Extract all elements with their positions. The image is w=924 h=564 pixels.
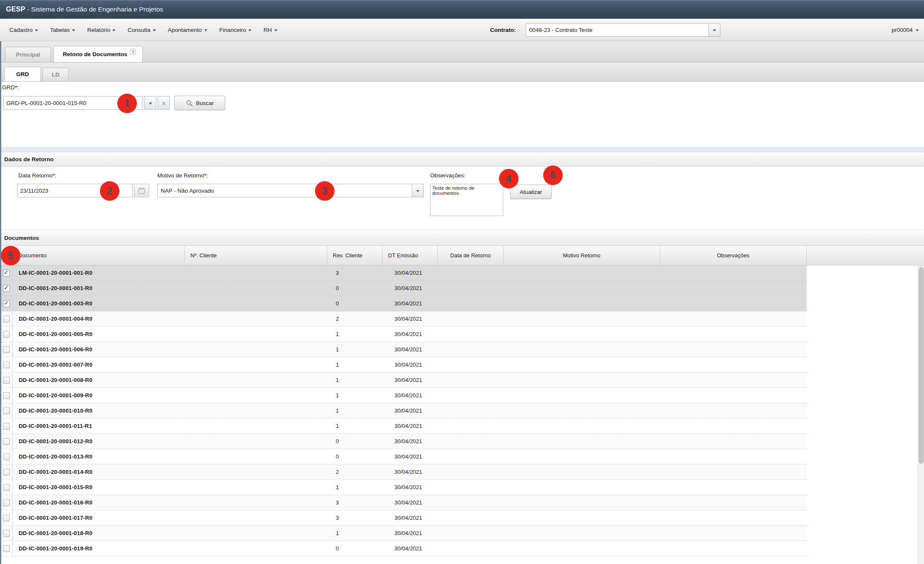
cell-data-retorno [438, 388, 504, 403]
cell-data-retorno [438, 373, 504, 387]
chevron-down-icon [915, 29, 919, 31]
cell-cliente [185, 510, 327, 525]
row-checkbox[interactable] [3, 270, 10, 276]
date-picker-button[interactable] [134, 184, 149, 197]
menu-item-financeiro[interactable]: Financeiro [215, 24, 256, 36]
close-icon[interactable]: ✕ [130, 49, 136, 55]
main-tabstrip: Principal Retono de Documentos ✕ [0, 41, 924, 63]
cell-dt-emissao: 30/04/2021 [383, 434, 438, 449]
row-checkbox[interactable] [3, 438, 10, 445]
table-row[interactable]: DD-IC-0001-20-0001-019-R0 0 30/04/2021 [0, 541, 807, 556]
cell-cliente [185, 357, 327, 372]
table-row[interactable]: DD-IC-0001-20-0001-011-R1 1 30/04/2021 [0, 419, 807, 434]
table-row[interactable]: DD-IC-0001-20-0001-015-R0 1 30/04/2021 [0, 480, 807, 495]
row-checkbox[interactable] [3, 316, 10, 322]
cell-observacoes [660, 541, 807, 556]
contrato-dropdown-button[interactable] [709, 24, 720, 36]
cell-cliente [185, 265, 327, 280]
vertical-scrollbar[interactable] [918, 265, 924, 564]
cell-cliente [185, 541, 327, 556]
atualizar-button[interactable]: Atualizar [510, 185, 552, 199]
table-row[interactable]: DD-IC-0001-20-0001-007-R0 1 30/04/2021 [0, 357, 807, 373]
table-row[interactable]: LM-IC-0001-20-0001-001-R0 3 30/04/2021 [0, 265, 807, 281]
column-header-data-retorno[interactable]: Data de Retorno [438, 246, 504, 265]
menu-item-cadastro[interactable]: Cadastro [5, 24, 43, 36]
row-checkbox[interactable] [3, 423, 10, 430]
row-checkbox[interactable] [3, 392, 10, 399]
motivo-retorno-combobox[interactable]: NAP - Não Aprovado [157, 184, 424, 197]
column-header-documento[interactable]: Documento [13, 246, 185, 265]
cell-motivo-retorno [504, 419, 660, 433]
tab-ld[interactable]: LD [43, 68, 69, 81]
table-row[interactable]: DD-IC-0001-20-0001-018-R0 1 30/04/2021 [0, 526, 807, 541]
menu-item-consulta[interactable]: Consulta [123, 24, 160, 36]
row-checkbox[interactable] [3, 407, 10, 414]
row-checkbox[interactable] [3, 499, 10, 506]
grd-clear-button[interactable]: × [158, 96, 170, 110]
contrato-combobox[interactable]: 0048-23 - Contrato Teste [526, 23, 720, 37]
chevron-down-icon [274, 29, 278, 31]
menu-item-tabelas[interactable]: Tabelas [46, 24, 80, 36]
row-checkbox[interactable] [3, 515, 10, 521]
row-checkbox[interactable] [3, 377, 10, 384]
row-checkbox[interactable] [3, 545, 10, 552]
chevron-down-icon [35, 29, 38, 31]
cell-cliente [185, 449, 327, 464]
annotation-badge-4: 4 [499, 169, 519, 188]
cell-documento: DD-IC-0001-20-0001-007-R0 [13, 357, 185, 372]
row-checkbox[interactable] [3, 469, 10, 476]
table-row[interactable]: DD-IC-0001-20-0001-003-R0 0 30/04/2021 [0, 296, 807, 311]
table-row[interactable]: DD-IC-0001-20-0001-009-R0 1 30/04/2021 [0, 388, 807, 403]
grd-dropdown-button[interactable] [144, 96, 156, 110]
table-row[interactable]: DD-IC-0001-20-0001-012-R0 0 30/04/2021 [0, 434, 807, 449]
column-header-motivo-retorno[interactable]: Motivo Retorno [504, 246, 660, 265]
table-row[interactable]: DD-IC-0001-20-0001-017-R0 3 30/04/2021 [0, 510, 807, 526]
row-checkbox[interactable] [3, 484, 10, 491]
column-header-cliente[interactable]: Nº. Cliente [185, 246, 327, 265]
table-row[interactable]: DD-IC-0001-20-0001-001-R0 0 30/04/2021 [0, 281, 807, 296]
tab-retono-de-documentos[interactable]: Retono de Documentos ✕ [54, 46, 143, 62]
row-checkbox[interactable] [3, 285, 10, 292]
row-checkbox[interactable] [3, 346, 10, 353]
cell-documento: DD-IC-0001-20-0001-015-R0 [13, 480, 185, 495]
cell-observacoes [660, 449, 807, 464]
column-header-dt-emissao[interactable]: DT Emissão [383, 246, 438, 265]
cell-data-retorno [438, 464, 504, 479]
row-checkbox[interactable] [3, 530, 10, 537]
menu-item-rh[interactable]: RH [259, 24, 282, 36]
table-row[interactable]: DD-IC-0001-20-0001-014-R0 2 30/04/2021 [0, 464, 807, 480]
tab-grd[interactable]: GRD [4, 67, 41, 81]
row-checkbox[interactable] [3, 300, 10, 307]
table-row[interactable]: DD-IC-0001-20-0001-008-R0 1 30/04/2021 [0, 373, 807, 388]
cell-cliente [185, 419, 327, 433]
table-row[interactable]: DD-IC-0001-20-0001-004-R0 2 30/04/2021 [0, 311, 807, 327]
cell-motivo-retorno [504, 281, 660, 296]
cell-documento: DD-IC-0001-20-0001-011-R1 [13, 419, 185, 433]
buscar-button[interactable]: Buscar [174, 96, 225, 110]
user-menu[interactable]: pr00004 [892, 19, 919, 41]
clear-icon: × [162, 100, 166, 106]
table-row[interactable]: DD-IC-0001-20-0001-005-R0 1 30/04/2021 [0, 327, 807, 342]
scrollbar-thumb[interactable] [919, 267, 924, 464]
row-checkbox[interactable] [3, 453, 10, 460]
cell-rev-cliente: 0 [327, 434, 383, 449]
motivo-dropdown-button[interactable] [412, 184, 423, 197]
column-header-observacoes[interactable]: Observações [660, 246, 807, 265]
menu-item-apontamento[interactable]: Apontamento [164, 24, 212, 36]
column-header-rev-cliente[interactable]: Rev. Cliente [327, 246, 383, 265]
app-title: - Sistema de Gestão de Engenharia e Proj… [25, 6, 163, 13]
cell-rev-cliente: 1 [327, 342, 383, 357]
panel-splitter[interactable] [0, 147, 924, 152]
table-row[interactable]: DD-IC-0001-20-0001-006-R0 1 30/04/2021 [0, 342, 807, 357]
cell-observacoes [660, 388, 807, 403]
row-checkbox[interactable] [3, 331, 10, 338]
tab-principal[interactable]: Principal [5, 47, 51, 62]
observacoes-textarea[interactable]: Teste de retorno de documentos [430, 184, 503, 216]
menu-item-relatorio[interactable]: Relatório [83, 24, 120, 36]
table-row[interactable]: DD-IC-0001-20-0001-013-R0 0 30/04/2021 [0, 449, 807, 464]
chevron-down-icon [416, 190, 419, 192]
cell-dt-emissao: 30/04/2021 [383, 388, 438, 403]
table-row[interactable]: DD-IC-0001-20-0001-016-R0 3 30/04/2021 [0, 495, 807, 510]
table-row[interactable]: DD-IC-0001-20-0001-010-R0 1 30/04/2021 [0, 403, 807, 419]
row-checkbox[interactable] [3, 362, 10, 368]
